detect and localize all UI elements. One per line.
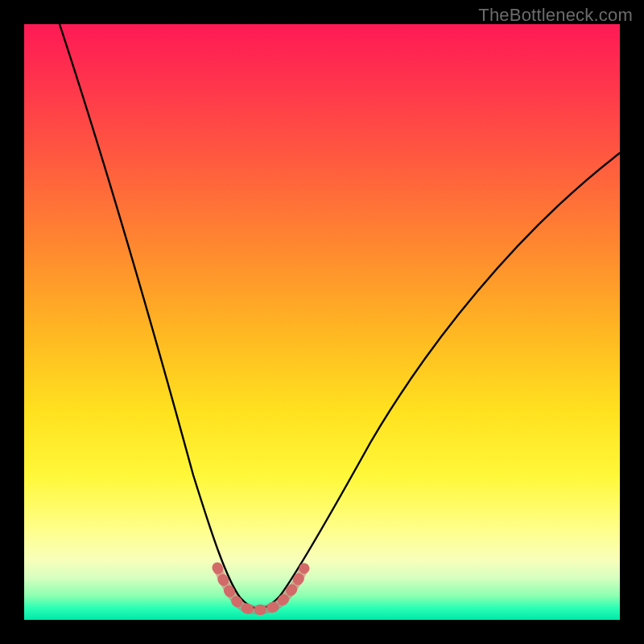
bottleneck-curve	[60, 24, 620, 609]
watermark-text: TheBottleneck.com	[478, 5, 633, 26]
curve-layer	[24, 24, 620, 620]
plot-area	[24, 24, 620, 620]
chart-frame: TheBottleneck.com	[0, 0, 644, 644]
optimal-band-core	[217, 568, 304, 610]
